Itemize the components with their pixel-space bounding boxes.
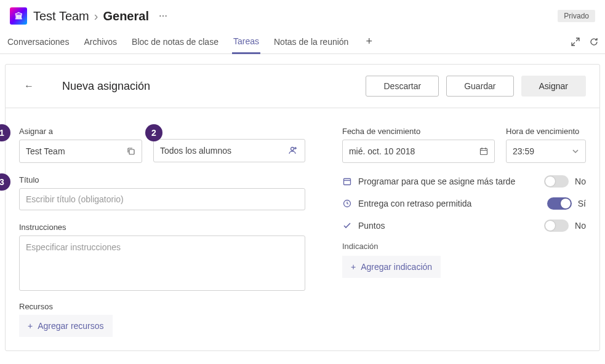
assign-team-select[interactable]: Test Team (19, 140, 142, 163)
rubric-label: Indicación (342, 242, 586, 251)
add-rubric-label: Agregar indicación (361, 262, 432, 272)
add-rubric-button[interactable]: + Agregar indicación (342, 256, 441, 278)
channel-header: 🏛 Test Team › General ⋯ Privado (0, 0, 605, 30)
svg-rect-2 (481, 149, 487, 155)
due-date-picker[interactable]: mié. oct. 10 2018 (342, 140, 495, 163)
schedule-later-label: Programar para que se asigne más tarde (358, 176, 538, 186)
due-date-label: Fecha de vencimiento (342, 127, 495, 136)
late-turnin-row: Entrega con retraso permitida Sí (342, 197, 586, 210)
due-date-value: mié. oct. 10 2018 (349, 146, 415, 156)
team-name[interactable]: Test Team (33, 9, 89, 23)
marker-2: 2 (145, 124, 162, 141)
points-label: Puntos (358, 221, 505, 231)
tab-conversaciones[interactable]: Conversaciones (6, 31, 70, 53)
breadcrumb-chevron-icon: › (94, 9, 98, 23)
add-tab-button[interactable]: + (362, 35, 376, 48)
panel-title: Nueva asignación (62, 80, 150, 93)
discard-button[interactable]: Descartar (366, 76, 439, 97)
assignment-panel: ← Nueva asignación Descartar Guardar Asi… (5, 64, 600, 351)
assign-button[interactable]: Asignar (521, 76, 586, 97)
copy-icon (127, 147, 135, 156)
more-options-icon[interactable]: ⋯ (155, 11, 171, 21)
refresh-icon[interactable] (589, 37, 599, 47)
late-turnin-state: Sí (578, 199, 586, 208)
instructions-input[interactable] (19, 235, 305, 291)
tab-notas-reunion[interactable]: Notas de la reunión (273, 31, 350, 53)
expand-icon[interactable] (571, 37, 580, 47)
resources-label: Recursos (19, 302, 305, 311)
points-toggle[interactable] (544, 220, 569, 232)
breadcrumb: Test Team › General (33, 9, 149, 23)
back-button[interactable]: ← (19, 78, 39, 94)
svg-rect-3 (343, 179, 350, 185)
plus-icon: + (351, 262, 356, 272)
calendar-small-icon (342, 176, 352, 186)
schedule-later-state: No (575, 176, 586, 186)
plus-icon: + (28, 321, 33, 331)
add-resources-label: Agregar recursos (38, 321, 103, 331)
due-time-label: Hora de vencimiento (506, 127, 586, 136)
check-icon (342, 221, 352, 231)
late-turnin-toggle[interactable] (547, 197, 572, 210)
chevron-down-icon (572, 148, 579, 155)
panel-body: 1 2 3 Asignar a Test Team Todos los alum… (6, 108, 599, 350)
channel-tabs: Conversaciones Archivos Bloc de notas de… (0, 30, 605, 54)
late-turnin-label: Entrega con retraso permitida (358, 199, 541, 208)
form-left-column: 1 2 3 Asignar a Test Team Todos los alum… (19, 127, 305, 337)
tab-archivos[interactable]: Archivos (82, 31, 118, 53)
due-time-picker[interactable]: 23:59 (506, 140, 586, 163)
form-right-column: Fecha de vencimiento mié. oct. 10 2018 H… (342, 127, 586, 337)
points-row: Puntos No (342, 220, 586, 232)
tab-tareas[interactable]: Tareas (232, 30, 260, 54)
svg-point-1 (290, 148, 294, 151)
assign-team-value: Test Team (26, 146, 65, 156)
calendar-icon (479, 147, 488, 156)
instructions-label: Instrucciones (19, 223, 305, 232)
schedule-later-row: Programar para que se asigne más tarde N… (342, 175, 586, 188)
assign-students-select[interactable]: Todos los alumnos (153, 139, 305, 162)
channel-name[interactable]: General (103, 9, 148, 23)
people-icon (289, 146, 298, 156)
tab-bloc-notas[interactable]: Bloc de notas de clase (130, 31, 220, 53)
svg-rect-0 (129, 149, 134, 154)
marker-1: 1 (0, 124, 10, 141)
panel-header: ← Nueva asignación Descartar Guardar Asi… (6, 65, 599, 108)
assign-to-label: Asignar a (19, 127, 142, 136)
title-input[interactable] (19, 188, 305, 210)
due-time-value: 23:59 (513, 146, 534, 156)
clock-icon (342, 199, 352, 208)
points-state: No (575, 221, 586, 231)
schedule-later-toggle[interactable] (544, 175, 569, 188)
save-button[interactable]: Guardar (446, 76, 513, 97)
marker-3: 3 (0, 173, 10, 191)
add-resources-button[interactable]: + Agregar recursos (19, 315, 113, 337)
team-avatar: 🏛 (10, 7, 27, 25)
assign-students-value: Todos los alumnos (160, 146, 231, 156)
privacy-badge: Privado (558, 10, 595, 22)
title-label: Título (19, 175, 305, 184)
